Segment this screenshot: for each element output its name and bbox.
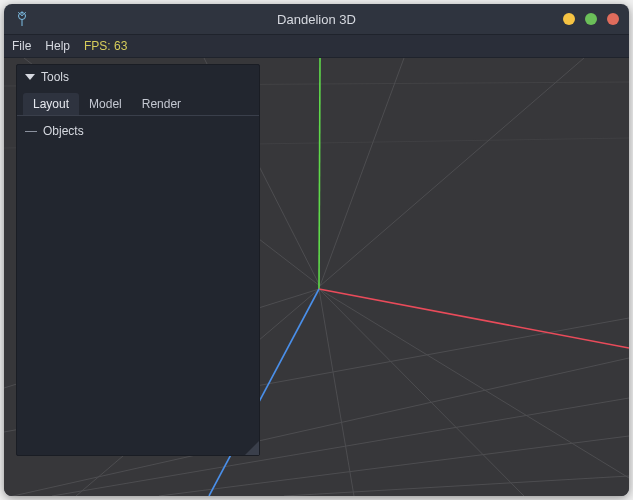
window-controls	[563, 13, 619, 25]
panel-resize-grip[interactable]	[245, 441, 259, 455]
menubar: File Help FPS: 63	[4, 34, 629, 58]
menu-file[interactable]: File	[12, 39, 31, 53]
window-title: Dandelion 3D	[4, 12, 629, 27]
tree-node-label: Objects	[43, 124, 84, 138]
collapse-icon	[25, 74, 35, 80]
svg-line-12	[319, 289, 354, 496]
close-button[interactable]	[607, 13, 619, 25]
tab-model[interactable]: Model	[79, 93, 132, 115]
tab-render[interactable]: Render	[132, 93, 191, 115]
svg-line-14	[319, 289, 629, 478]
tab-layout[interactable]: Layout	[23, 93, 79, 115]
tools-panel-title: Tools	[41, 70, 69, 84]
svg-line-18	[320, 58, 404, 286]
scene-tree: — Objects	[17, 116, 259, 146]
tools-panel: Tools Layout Model Render — Objects	[16, 64, 260, 456]
tools-panel-header[interactable]: Tools	[17, 65, 259, 89]
fps-counter: FPS: 63	[84, 39, 127, 53]
axis-x	[319, 289, 629, 348]
titlebar: Dandelion 3D	[4, 4, 629, 34]
viewport[interactable]: Tools Layout Model Render — Objects	[4, 58, 629, 496]
axis-y	[319, 58, 320, 289]
app-icon	[14, 11, 30, 27]
svg-line-13	[319, 289, 524, 496]
menu-help[interactable]: Help	[45, 39, 70, 53]
maximize-button[interactable]	[585, 13, 597, 25]
minimize-button[interactable]	[563, 13, 575, 25]
svg-line-9	[284, 476, 629, 496]
tree-node-objects[interactable]: — Objects	[25, 122, 251, 140]
panel-tabs: Layout Model Render	[17, 89, 259, 116]
app-window: Dandelion 3D File Help FPS: 63	[4, 4, 629, 496]
svg-line-19	[320, 58, 584, 286]
tree-collapse-icon: —	[25, 124, 37, 138]
